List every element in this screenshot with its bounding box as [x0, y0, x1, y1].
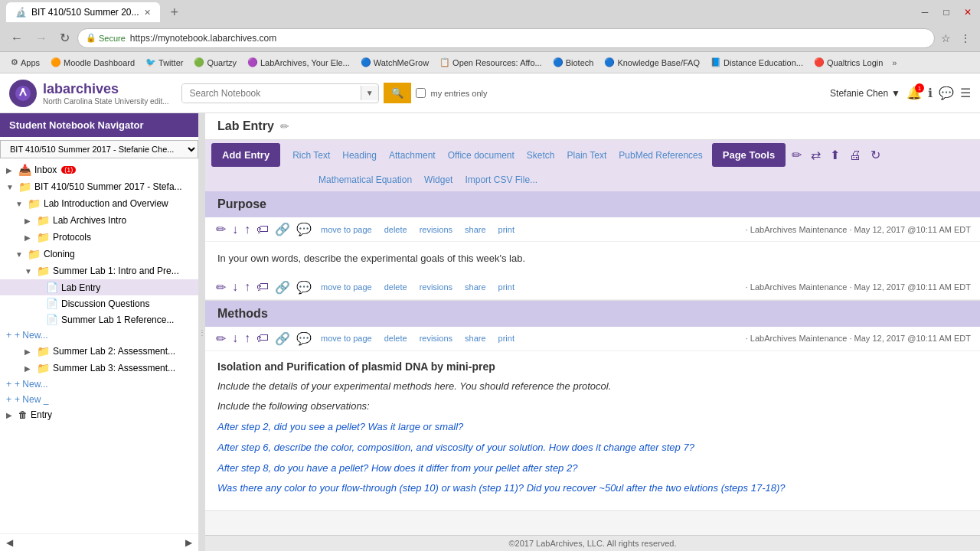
sidebar-item-deleted[interactable]: ▶ 🗑 Entry: [0, 407, 198, 422]
tag-icon-2[interactable]: 🏷: [255, 279, 270, 295]
sidebar-item-summer-lab2[interactable]: ▶ 📁 Summer Lab 2: Assessment...: [0, 343, 198, 360]
edit-page-title-btn[interactable]: ✏: [280, 120, 289, 132]
toolbar-widget[interactable]: Widget: [418, 171, 459, 188]
sidebar-item-summer-lab1[interactable]: ▼ 📁 Summer Lab 1: Intro and Pre...: [0, 262, 198, 279]
move-up-methods-icon[interactable]: ↑: [243, 330, 252, 347]
comment-icon[interactable]: 💬: [295, 220, 313, 238]
share-btn[interactable]: share: [460, 223, 491, 236]
sidebar-item-protocols[interactable]: ▶ 📁 Protocols: [0, 229, 198, 246]
bookmark-quartzy[interactable]: 🟢 Quartzy: [189, 56, 241, 69]
move-to-page-btn-2[interactable]: move to page: [316, 281, 377, 293]
menu-btn[interactable]: ☰: [960, 86, 971, 100]
revisions-methods-btn[interactable]: revisions: [415, 332, 457, 344]
revisions-btn[interactable]: revisions: [415, 223, 457, 236]
sidebar-item-lab-archives-intro[interactable]: ▶ 📁 Lab Archives Intro: [0, 212, 198, 229]
toolbar-refresh-icon-btn[interactable]: ↻: [867, 146, 884, 164]
my-entries-label[interactable]: my entries only: [416, 88, 488, 98]
help-btn[interactable]: ℹ: [928, 86, 933, 100]
comment-icon-2[interactable]: 💬: [295, 279, 313, 296]
sidebar-item-reference[interactable]: 📄 Summer Lab 1 Reference...: [0, 311, 198, 328]
move-to-page-btn[interactable]: move to page: [316, 223, 377, 236]
edit-entry-icon-2[interactable]: ✏: [214, 279, 227, 296]
move-down-icon-2[interactable]: ↓: [230, 279, 240, 295]
close-btn[interactable]: ✕: [962, 7, 974, 18]
sidebar-item-discussion[interactable]: 📄 Discussion Questions: [0, 295, 198, 311]
toolbar-plain-text[interactable]: Plain Text: [561, 147, 613, 164]
search-dropdown-btn[interactable]: ▼: [361, 86, 378, 100]
toolbar-heading[interactable]: Heading: [336, 147, 383, 164]
settings-btn[interactable]: ⋮: [957, 31, 974, 46]
tag-methods-icon[interactable]: 🏷: [255, 330, 270, 347]
share-btn-2[interactable]: share: [460, 281, 491, 293]
toolbar-sketch[interactable]: Sketch: [521, 147, 561, 164]
toolbar-print-icon-btn[interactable]: 🖨: [846, 147, 864, 164]
toolbar-office-doc[interactable]: Office document: [442, 147, 521, 164]
new-tab-btn[interactable]: +: [166, 3, 184, 22]
toolbar-rich-text[interactable]: Rich Text: [286, 147, 336, 164]
move-down-methods-icon[interactable]: ↓: [230, 330, 240, 347]
sidebar-item-root[interactable]: ▼ 📁 BIT 410/510 Summer 2017 - Stefa...: [0, 178, 198, 195]
edit-methods-icon[interactable]: ✏: [214, 330, 227, 347]
link-icon-2[interactable]: 🔗: [273, 279, 292, 296]
sidebar-item-lab-entry[interactable]: 📄 Lab Entry: [0, 279, 198, 295]
page-tools-btn[interactable]: Page Tools: [712, 143, 786, 167]
comment-methods-icon[interactable]: 💬: [295, 330, 313, 347]
move-up-icon[interactable]: ↑: [243, 221, 252, 238]
bookmark-biotech[interactable]: 🔵 Biotech: [548, 56, 599, 69]
minimize-btn[interactable]: ─: [919, 7, 931, 18]
delete-btn-2[interactable]: delete: [380, 281, 412, 293]
delete-btn[interactable]: delete: [380, 223, 412, 236]
delete-methods-btn[interactable]: delete: [380, 332, 412, 344]
edit-entry-icon[interactable]: ✏: [214, 220, 227, 238]
toolbar-export-icon-btn[interactable]: ⬆: [827, 146, 843, 164]
bookmark-kb[interactable]: 🔵 Knowledge Base/FAQ: [599, 56, 704, 69]
print-btn-2[interactable]: print: [494, 281, 519, 293]
bookmark-moodle[interactable]: 🟠 Moodle Dashboard: [46, 56, 139, 69]
bookmark-labarchives[interactable]: 🟣 LabArchives, Your Ele...: [243, 56, 354, 69]
notifications-btn[interactable]: 🔔 1: [906, 86, 922, 100]
chat-btn[interactable]: 💬: [939, 86, 954, 100]
new-item-root[interactable]: + + New _: [0, 392, 198, 407]
refresh-btn[interactable]: ↻: [55, 29, 74, 47]
new-item-summer-lab1[interactable]: + + New...: [0, 328, 198, 343]
move-up-icon-2[interactable]: ↑: [243, 279, 252, 295]
more-bookmarks-btn[interactable]: »: [889, 57, 900, 69]
bookmark-openres[interactable]: 📋 Open Resources: Affo...: [435, 56, 547, 69]
toolbar-share-icon-btn[interactable]: ⇄: [808, 146, 824, 164]
move-to-page-methods-btn[interactable]: move to page: [316, 332, 377, 344]
sidebar-scroll-right[interactable]: ▶: [185, 537, 192, 548]
browser-tab[interactable]: 🔬 BIT 410/510 Summer 20... ✕: [6, 2, 160, 22]
move-down-icon[interactable]: ↓: [230, 221, 240, 238]
address-bar[interactable]: 🔒 Secure https://mynotebook.labarchives.…: [77, 28, 935, 48]
link-icon[interactable]: 🔗: [273, 220, 292, 238]
sidebar-item-lab-intro[interactable]: ▼ 📁 Lab Introduction and Overview: [0, 195, 198, 212]
back-btn[interactable]: ←: [6, 30, 28, 47]
revisions-btn-2[interactable]: revisions: [415, 281, 457, 293]
notebook-dropdown[interactable]: BIT 410/510 Summer 2017 - Stefanie Che..…: [0, 140, 198, 158]
bookmark-qualtrics[interactable]: 🔴 Qualtrics Login: [809, 56, 887, 69]
bookmark-watchme[interactable]: 🔵 WatchMeGrow: [356, 56, 433, 69]
toolbar-edit-icon-btn[interactable]: ✏: [789, 146, 805, 164]
search-button[interactable]: 🔍: [384, 83, 411, 103]
add-entry-btn[interactable]: Add Entry: [211, 143, 280, 167]
sidebar-item-cloning[interactable]: ▼ 📁 Cloning: [0, 246, 198, 262]
print-btn[interactable]: print: [494, 223, 519, 236]
bookmark-twitter[interactable]: 🐦 Twitter: [141, 56, 188, 69]
sidebar-item-inbox[interactable]: ▶ 📥 Inbox (1): [0, 161, 198, 178]
search-input[interactable]: [182, 84, 361, 103]
toolbar-pubmed[interactable]: PubMed References: [612, 147, 708, 164]
maximize-btn[interactable]: □: [940, 7, 952, 18]
forward-btn[interactable]: →: [31, 30, 52, 47]
resize-handle[interactable]: ⋮: [199, 113, 205, 551]
print-methods-btn[interactable]: print: [494, 332, 519, 344]
tab-close-btn[interactable]: ✕: [144, 8, 151, 18]
bookmark-btn[interactable]: ☆: [938, 31, 954, 46]
toolbar-import-csv[interactable]: Import CSV File...: [459, 171, 544, 188]
bookmark-apps[interactable]: ⚙ Apps: [6, 56, 44, 69]
toolbar-math-eq[interactable]: Mathematical Equation: [312, 171, 418, 188]
toolbar-attachment[interactable]: Attachment: [383, 147, 442, 164]
share-methods-btn[interactable]: share: [460, 332, 491, 344]
bookmark-distance[interactable]: 📘 Distance Education...: [706, 56, 808, 69]
my-entries-checkbox[interactable]: [416, 88, 426, 98]
user-menu-btn[interactable]: Stefanie Chen ▼: [830, 88, 900, 99]
